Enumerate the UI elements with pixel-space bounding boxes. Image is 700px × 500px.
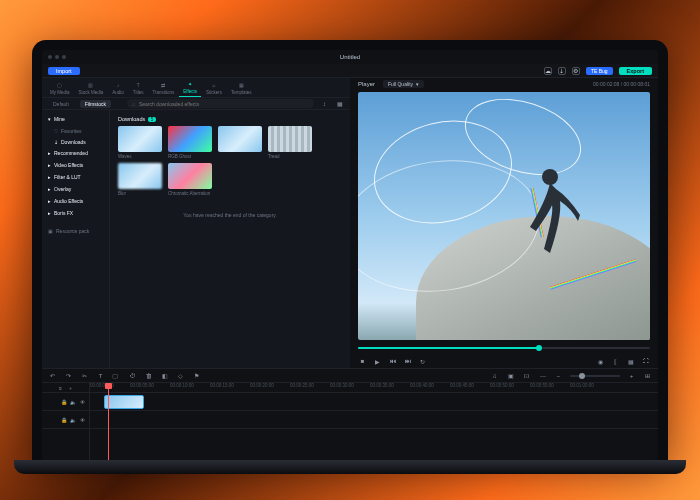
effect-thumb[interactable]: Tread xyxy=(268,126,312,159)
zoom-out-button[interactable]: − xyxy=(554,371,563,380)
text-tool-button[interactable]: T xyxy=(96,371,105,380)
play-button[interactable]: ▶ xyxy=(373,357,382,366)
tab-templates[interactable]: ▦Templates xyxy=(227,79,256,97)
sidebar-item-resource-pack[interactable]: ▣Resource pack xyxy=(42,225,109,236)
zoom-fit-button[interactable]: ⊞ xyxy=(643,371,652,380)
tab-stickers[interactable]: ☺Stickers xyxy=(202,79,226,97)
effect-thumb[interactable]: Waves xyxy=(118,126,162,159)
tab-transitions[interactable]: ⇄Transitions xyxy=(148,79,178,97)
quality-select[interactable]: Full Quality▾ xyxy=(383,80,424,88)
playback-slider[interactable] xyxy=(358,347,650,349)
delete-button[interactable]: 🗑 xyxy=(144,371,153,380)
audio-track-header: 🔒 🔈 👁 xyxy=(42,411,89,429)
search-input[interactable] xyxy=(139,101,309,107)
bug-report-button[interactable]: TE Bug xyxy=(586,67,613,75)
keyframe-button[interactable]: ◇ xyxy=(176,371,185,380)
effect-thumb[interactable]: Chromatic Aberration xyxy=(168,163,212,196)
fullscreen-button[interactable]: ⛶ xyxy=(641,357,650,366)
grid-view-icon[interactable]: ▦ xyxy=(335,99,344,108)
subtab-default[interactable]: Default xyxy=(48,100,74,108)
hide-track-button[interactable]: 👁 xyxy=(79,399,85,405)
lock-track-button[interactable]: 🔒 xyxy=(61,399,67,405)
tab-stock-media[interactable]: ▥Stock Media xyxy=(75,79,108,97)
effect-thumb[interactable] xyxy=(218,126,262,159)
hide-track-button[interactable]: 👁 xyxy=(79,417,85,423)
tab-audio[interactable]: ♪Audio xyxy=(108,79,128,97)
tab-effects[interactable]: ✦Effects xyxy=(179,78,201,97)
mute-track-button[interactable]: 🔈 xyxy=(70,399,76,405)
cut-button[interactable]: ✂ xyxy=(80,371,89,380)
cloud-icon[interactable]: ☁ xyxy=(544,67,552,75)
gallery-count-badge: 5 xyxy=(148,117,156,122)
video-clip[interactable] xyxy=(104,395,144,409)
text-icon: T xyxy=(134,81,142,89)
effect-thumb[interactable]: Blur xyxy=(118,163,162,196)
sidebar-item-audio-effects[interactable]: ▸Audio Effects xyxy=(42,195,109,207)
prev-frame-button[interactable]: ⏮ xyxy=(388,357,397,366)
video-viewport[interactable] xyxy=(358,92,650,340)
window-close-icon[interactable] xyxy=(48,55,52,59)
snapshot-button[interactable]: ◉ xyxy=(596,357,605,366)
library-subtabs: Default Filmstock ⌕ ↕ ▦ xyxy=(42,98,350,110)
sticker-icon: ☺ xyxy=(210,81,218,89)
tab-my-media[interactable]: ▢My Media xyxy=(46,79,74,97)
sidebar-item-downloads[interactable]: ⤓Downloads xyxy=(42,136,109,147)
collapse-tracks-button[interactable]: ≡ xyxy=(58,385,64,391)
zoom-slider[interactable] xyxy=(570,375,620,377)
window-min-icon[interactable] xyxy=(55,55,59,59)
mute-track-button[interactable]: 🔈 xyxy=(70,417,76,423)
sort-icon[interactable]: ↕ xyxy=(320,99,329,108)
sidebar-group-mine[interactable]: ▾Mine xyxy=(42,113,109,125)
next-frame-button[interactable]: ⏭ xyxy=(403,357,412,366)
package-icon: ▣ xyxy=(48,228,53,234)
template-icon: ▦ xyxy=(237,81,245,89)
settings-icon[interactable]: ⚙ xyxy=(572,67,580,75)
color-button[interactable]: ◧ xyxy=(160,371,169,380)
snap-button[interactable]: ⊡ xyxy=(522,371,531,380)
import-button[interactable]: Import xyxy=(48,67,80,75)
sidebar-item-recommended[interactable]: ▸Recommended xyxy=(42,147,109,159)
sidebar-item-video-effects[interactable]: ▸Video Effects xyxy=(42,159,109,171)
stop-button[interactable]: ■ xyxy=(358,357,367,366)
crop-button[interactable]: ⃢ xyxy=(112,371,121,380)
heart-icon: ♡ xyxy=(54,128,58,134)
timeline-tracks[interactable]: 00:00:00:00 00:00:05:00 00:00:10:00 00:0… xyxy=(90,383,658,460)
lock-track-button[interactable]: 🔒 xyxy=(61,417,67,423)
audio-mixer-button[interactable]: ♫ xyxy=(490,371,499,380)
tab-titles[interactable]: TTitles xyxy=(129,79,148,97)
undo-button[interactable]: ↶ xyxy=(48,371,57,380)
track-options-button[interactable]: ⋯ xyxy=(538,371,547,380)
layout-button[interactable]: ▦ xyxy=(626,357,635,366)
time-ruler[interactable]: 00:00:00:00 00:00:05:00 00:00:10:00 00:0… xyxy=(90,383,658,393)
chevron-right-icon: ▸ xyxy=(48,150,51,156)
chevron-right-icon: ▸ xyxy=(48,162,51,168)
zoom-in-button[interactable]: + xyxy=(627,371,636,380)
search-field[interactable]: ⌕ xyxy=(127,99,314,108)
window-max-icon[interactable] xyxy=(62,55,66,59)
playhead[interactable] xyxy=(108,383,109,460)
save-icon[interactable]: ⤓ xyxy=(558,67,566,75)
mark-in-button[interactable]: ⟦ xyxy=(611,357,620,366)
speed-button[interactable]: ⏱ xyxy=(128,371,137,380)
effect-thumb[interactable]: RGB Ghost xyxy=(168,126,212,159)
export-button[interactable]: Export xyxy=(619,67,652,75)
loop-button[interactable]: ↻ xyxy=(418,357,427,366)
sidebar-item-favorites[interactable]: ♡Favorites xyxy=(42,125,109,136)
redo-button[interactable]: ↷ xyxy=(64,371,73,380)
library-panel: ▢My Media ▥Stock Media ♪Audio TTitles ⇄T… xyxy=(42,78,350,368)
sidebar-item-boris-fx[interactable]: ▸Boris FX xyxy=(42,207,109,219)
gallery-end-message: You have reached the end of the category… xyxy=(118,212,342,218)
chevron-right-icon: ▸ xyxy=(48,186,51,192)
sidebar-item-filter-lut[interactable]: ▸Filter & LUT xyxy=(42,171,109,183)
effects-gallery: Downloads 5 Waves RGB Ghost Tread Blur C… xyxy=(110,110,350,368)
subtab-filmstock[interactable]: Filmstock xyxy=(80,100,111,108)
render-preview-button[interactable]: ▣ xyxy=(506,371,515,380)
effects-sidebar: ▾Mine ♡Favorites ⤓Downloads ▸Recommended… xyxy=(42,110,110,368)
svg-point-0 xyxy=(542,169,558,185)
marker-button[interactable]: ⚑ xyxy=(192,371,201,380)
folder-icon: ▢ xyxy=(56,81,64,89)
add-track-button[interactable]: ＋ xyxy=(68,385,74,391)
sidebar-item-overlay[interactable]: ▸Overlay xyxy=(42,183,109,195)
chevron-right-icon: ▸ xyxy=(48,174,51,180)
chevron-right-icon: ▸ xyxy=(48,210,51,216)
